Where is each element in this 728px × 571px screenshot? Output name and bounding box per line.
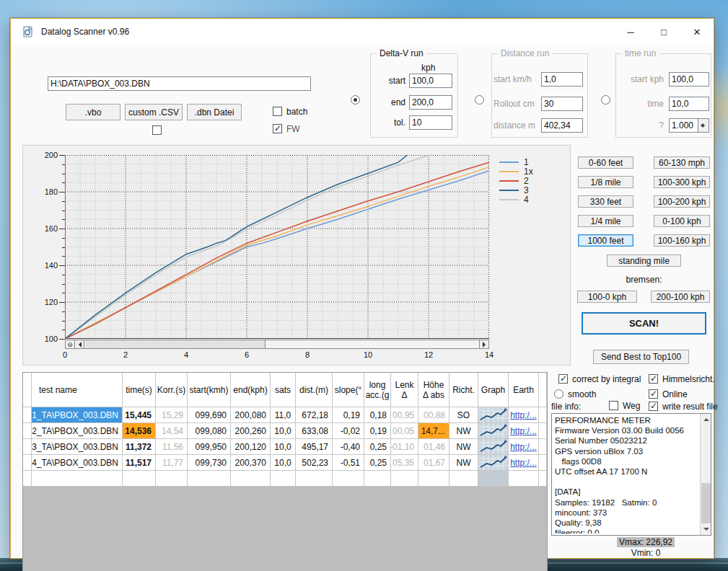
preset-0-100-kph[interactable]: 0-100 kph: [654, 215, 710, 227]
cell-sats[interactable]: 11,0: [271, 407, 296, 423]
q-spinner[interactable]: [698, 118, 709, 133]
cell-sats[interactable]: 10,0: [271, 455, 296, 471]
delta-start-input[interactable]: [409, 74, 452, 88]
cell-long-acc[interactable]: 0,18: [364, 407, 391, 423]
distance-m-input[interactable]: [541, 118, 583, 133]
cell-long-acc[interactable]: 0,25: [364, 439, 391, 455]
cell-dist[interactable]: 633,08: [296, 423, 333, 439]
delta-tol-input[interactable]: [409, 115, 452, 130]
brake-100-0-button[interactable]: 100-0 kph: [577, 291, 637, 303]
time-input[interactable]: [669, 97, 709, 111]
delta-end-input[interactable]: [409, 95, 452, 110]
table-row-3[interactable]: 3_TA\PBOX_003.DBN11,37211,56099,950200,1…: [23, 439, 547, 455]
unlabeled-checkbox[interactable]: [152, 125, 162, 135]
scan-button[interactable]: SCAN!: [582, 312, 706, 335]
row-selector[interactable]: [23, 455, 32, 471]
distance-radio[interactable]: [475, 95, 484, 105]
row-selector[interactable]: [23, 439, 32, 455]
preset-100-160-kph[interactable]: 100-160 kph: [654, 234, 710, 247]
delta-v-radio[interactable]: [351, 95, 360, 105]
cell-dist[interactable]: 502,23: [296, 455, 333, 471]
cell-lenk[interactable]: -01,10: [391, 439, 418, 455]
cell-richt[interactable]: SO: [449, 407, 478, 423]
rollout-input[interactable]: [541, 97, 583, 111]
preset-0-60-feet[interactable]: 0-60 feet: [578, 156, 633, 169]
cell-start[interactable]: 099,730: [188, 455, 231, 471]
cell-test-name[interactable]: 2_TA\PBOX_003.DBN: [32, 423, 123, 439]
cell-dist[interactable]: 672,18: [296, 407, 333, 423]
table-empty-row[interactable]: [23, 471, 547, 487]
cell-sats[interactable]: 10,0: [271, 423, 296, 439]
cell-slope[interactable]: -0,02: [333, 423, 364, 439]
cell-hoehe[interactable]: 01,46: [418, 439, 449, 455]
q-input[interactable]: [669, 118, 698, 133]
preset-1-8-mile[interactable]: 1/8 mile: [578, 176, 633, 188]
preset-1000-feet[interactable]: 1000 feet: [578, 234, 633, 247]
vscrollbar-thumb[interactable]: [701, 483, 711, 523]
spinner-down-icon[interactable]: [701, 125, 705, 130]
batch-checkbox[interactable]: [273, 107, 282, 116]
weg-checkbox[interactable]: [609, 401, 618, 410]
cell-time[interactable]: 14,536: [123, 423, 156, 439]
dbn-datei-button[interactable]: .dbn Datei: [187, 104, 242, 120]
cell-time[interactable]: 11,372: [123, 439, 156, 455]
cell-start[interactable]: 099,950: [188, 439, 231, 455]
cell-slope[interactable]: -0,51: [333, 455, 364, 471]
table-row-4[interactable]: 4_TA\PBOX_003.DBN11,51711,77099,730200,3…: [23, 455, 547, 471]
earth-link[interactable]: http:/...: [509, 455, 539, 471]
time-run-radio[interactable]: [601, 95, 610, 105]
vbo-button[interactable]: .vbo: [66, 104, 120, 120]
cell-long-acc[interactable]: 0,25: [364, 455, 391, 471]
cell-dist[interactable]: 495,17: [296, 439, 333, 455]
cell-slope[interactable]: -0,40: [333, 439, 364, 455]
cell-test-name[interactable]: 3_TA\PBOX_003.DBN: [32, 439, 123, 455]
scroll-right-icon[interactable]: [479, 340, 488, 348]
cell-end[interactable]: 200,370: [231, 455, 271, 471]
custom-csv-button[interactable]: custom .CSV: [125, 104, 183, 120]
cell-test-name[interactable]: 1_TA\PBOX_003.DBN: [32, 407, 123, 423]
cell-start[interactable]: 099,080: [188, 423, 231, 439]
file-path-input[interactable]: [48, 76, 311, 91]
graph-icon[interactable]: [478, 423, 509, 439]
scroll-down-icon[interactable]: [701, 524, 711, 535]
zoom-out-icon[interactable]: ⊖: [66, 340, 75, 348]
cell-end[interactable]: 200,080: [231, 407, 271, 423]
preset-100-200-kph[interactable]: 100-200 kph: [654, 195, 710, 208]
file-info-scrollbar[interactable]: [700, 414, 711, 535]
cell-richt[interactable]: NW: [449, 439, 478, 455]
row-selector[interactable]: [23, 423, 32, 439]
cell-test-name[interactable]: 4_TA\PBOX_003.DBN: [32, 455, 123, 471]
scrollbar-thumb[interactable]: [85, 340, 266, 348]
graph-icon[interactable]: [478, 439, 509, 455]
time-start-input[interactable]: [669, 72, 709, 87]
cell-time[interactable]: 11,517: [123, 455, 156, 471]
graph-icon[interactable]: [478, 407, 509, 423]
distance-start-input[interactable]: [541, 72, 583, 87]
scroll-left-icon[interactable]: [75, 340, 84, 348]
preset-330-feet[interactable]: 330 feet: [578, 195, 633, 208]
cell-korr[interactable]: 11,56: [156, 439, 188, 455]
write-result-checkbox[interactable]: [649, 402, 658, 411]
scroll-up-icon[interactable]: [701, 414, 711, 425]
table-row-2[interactable]: 2_TA\PBOX_003.DBN14,53614,54099,080200,2…: [23, 423, 547, 439]
cell-long-acc[interactable]: 0,19: [364, 423, 391, 439]
row-selector[interactable]: [23, 407, 32, 423]
cell-hoehe[interactable]: 01,67: [418, 455, 449, 471]
cell-lenk[interactable]: 00,95: [391, 407, 418, 423]
online-checkbox[interactable]: [649, 389, 658, 399]
earth-link[interactable]: http:/...: [509, 407, 539, 423]
smooth-radio[interactable]: [554, 389, 563, 399]
cell-sats[interactable]: 10,0: [271, 439, 296, 455]
cell-richt[interactable]: NW: [449, 423, 478, 439]
cell-richt[interactable]: NW: [449, 455, 478, 471]
preset-1-4-mile[interactable]: 1/4 mile: [578, 215, 633, 227]
cell-korr[interactable]: 14,54: [156, 423, 188, 439]
cell-korr[interactable]: 11,77: [156, 455, 188, 471]
fw-checkbox[interactable]: [273, 124, 282, 133]
cell-hoehe[interactable]: 14,7...: [418, 423, 449, 439]
title-bar[interactable]: Datalog Scanner v0.96 ─ □ ✕: [11, 19, 714, 45]
cell-lenk[interactable]: 05,35: [391, 455, 418, 471]
cell-start[interactable]: 099,690: [188, 407, 231, 423]
cell-end[interactable]: 200,120: [231, 439, 271, 455]
cell-time[interactable]: 15,445: [123, 407, 156, 423]
